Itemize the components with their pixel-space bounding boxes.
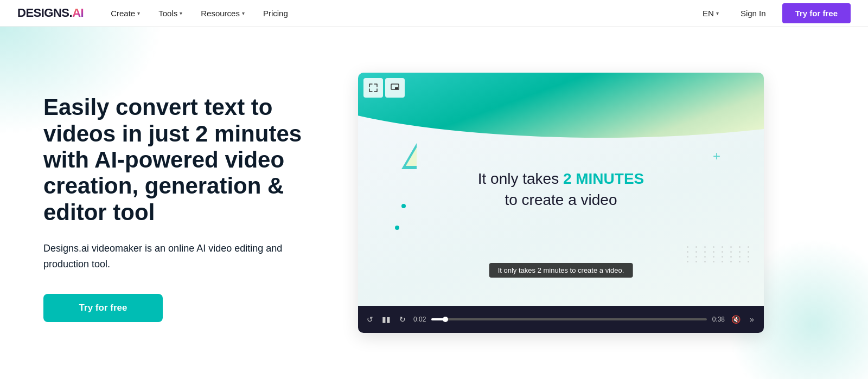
- hero-description: Designs.ai videomaker is an online AI vi…: [43, 241, 326, 272]
- pause-icon[interactable]: ▮▮: [381, 315, 392, 324]
- video-top-controls: [363, 78, 405, 98]
- hero-right-panel: + It only takes 2 MINUTES to create a vi…: [358, 27, 868, 379]
- svg-rect-1: [395, 87, 398, 89]
- progress-bar[interactable]: [431, 318, 706, 320]
- total-time: 0:38: [712, 316, 725, 323]
- main-content: Easily convert text to videos in just 2 …: [0, 27, 868, 379]
- signin-button[interactable]: Sign In: [733, 5, 774, 21]
- dot-decoration-1: [401, 204, 406, 208]
- skip-forward-icon[interactable]: »: [746, 315, 757, 324]
- video-player: + It only takes 2 MINUTES to create a vi…: [358, 73, 764, 333]
- try-free-nav-button[interactable]: Try for free: [782, 3, 851, 23]
- nav-create[interactable]: Create ▾: [103, 5, 148, 21]
- chevron-down-icon: ▾: [716, 10, 719, 16]
- rewind-icon[interactable]: ↺: [365, 315, 375, 324]
- forward-icon[interactable]: ↻: [397, 315, 408, 324]
- mute-icon[interactable]: 🔇: [730, 315, 741, 324]
- video-controls-bar: ↺ ▮▮ ↻ 0:02 0:38 🔇 »: [358, 306, 764, 333]
- expand-button[interactable]: [363, 78, 383, 98]
- navbar: DESIGNS.AI Create ▾ Tools ▾ Resources ▾ …: [0, 0, 868, 27]
- dot-decoration-2: [395, 226, 399, 230]
- video-subtitle: It only takes 2 minutes to create a vide…: [489, 263, 633, 278]
- dot-pattern-decoration: [687, 246, 753, 262]
- pip-button[interactable]: [385, 78, 405, 98]
- nav-resources[interactable]: Resources ▾: [193, 5, 252, 21]
- language-selector[interactable]: EN ▾: [697, 5, 724, 21]
- pip-icon: [391, 83, 399, 92]
- hero-title: Easily convert text to videos in just 2 …: [43, 94, 326, 225]
- brand-name: DESIGNS.AI: [17, 6, 84, 20]
- nav-pricing[interactable]: Pricing: [256, 5, 296, 21]
- hero-left-panel: Easily convert text to videos in just 2 …: [0, 27, 358, 379]
- chevron-down-icon: ▾: [137, 10, 140, 16]
- expand-icon: [369, 83, 378, 92]
- logo[interactable]: DESIGNS.AI: [17, 6, 84, 20]
- nav-right: EN ▾ Sign In Try for free: [697, 3, 851, 23]
- nav-tools[interactable]: Tools ▾: [151, 5, 190, 21]
- progress-thumb: [443, 317, 448, 322]
- try-free-hero-button[interactable]: Try for free: [43, 294, 163, 322]
- plus-decoration: +: [713, 149, 720, 164]
- video-main-text: It only takes 2 MINUTES to create a vide…: [478, 168, 644, 210]
- video-content-area: + It only takes 2 MINUTES to create a vi…: [358, 73, 764, 306]
- chevron-down-icon: ▾: [180, 10, 182, 16]
- nav-links: Create ▾ Tools ▾ Resources ▾ Pricing: [103, 5, 697, 21]
- teal-wave-decoration: [358, 73, 764, 138]
- triangle-decoration: [401, 143, 417, 169]
- current-time: 0:02: [413, 316, 426, 323]
- chevron-down-icon: ▾: [242, 10, 245, 16]
- video-main-text-area: It only takes 2 MINUTES to create a vide…: [478, 168, 644, 210]
